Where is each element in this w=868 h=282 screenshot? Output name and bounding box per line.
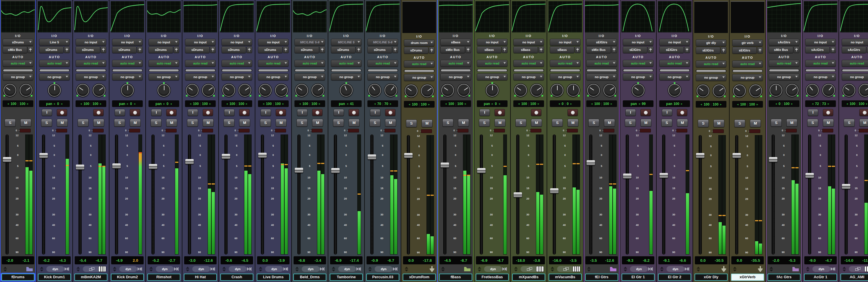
automation-mode-selector[interactable]: auto read [659,60,690,67]
mute-button[interactable]: M [604,119,615,127]
mute-button[interactable]: M [93,119,104,127]
pan-knob[interactable] [239,84,251,97]
pan-knob[interactable] [121,84,134,97]
input-monitor-button[interactable]: I [260,109,271,116]
automation-mode-selector[interactable]: auto read [39,60,70,67]
group-selector[interactable]: no group [39,73,70,80]
track-name[interactable]: fEl Gtrs [585,274,618,281]
pan-knob[interactable] [603,84,616,97]
mute-button[interactable]: M [422,119,433,127]
output-selector[interactable]: sElGtrs [696,47,720,54]
pan-knob[interactable] [551,84,563,97]
solo-button[interactable]: S [187,119,198,127]
volume-fader[interactable] [3,157,11,162]
output-window-button[interactable] [100,46,106,53]
track-name[interactable]: xGtr Dly [694,274,727,281]
group-selector[interactable]: no group [294,73,325,80]
group-selector[interactable]: no group [221,73,252,80]
solo-button[interactable]: S [369,119,380,127]
group-selector[interactable]: no group [586,73,617,80]
group-selector[interactable]: no group [842,73,868,80]
mute-button[interactable]: M [859,119,868,127]
output-window-button[interactable] [611,46,617,53]
solo-button[interactable]: S [442,119,454,127]
clip-indicator[interactable] [676,129,687,133]
group-selector[interactable]: no group [696,74,726,81]
solo-button[interactable]: S [771,119,782,127]
input-selector[interactable]: MIC/LINE 5 [331,39,362,46]
clip-indicator[interactable] [56,129,67,133]
dyn-plugin-badge[interactable]: dyn [484,266,502,272]
input-selector[interactable]: no input [659,39,690,46]
pan-knob[interactable] [421,84,434,97]
midi-keyboard-icon[interactable] [573,266,580,272]
pan-value-display[interactable]: ◄72|73► [805,100,836,107]
solo-button[interactable]: S [5,119,16,127]
pan-value-display[interactable]: pan►0◄ [149,100,179,107]
mute-button[interactable]: M [786,119,797,127]
volume-fader[interactable] [805,173,814,178]
volume-fader[interactable] [112,164,121,168]
pan-value-display[interactable]: ◄100|100► [513,100,544,107]
elastic-audio-icon[interactable] [282,267,288,271]
pan-knob[interactable] [405,84,417,97]
clip-indicator[interactable] [239,129,250,133]
elastic-audio-icon[interactable] [683,267,690,271]
pan-knob[interactable] [530,84,543,97]
elastic-audio-icon[interactable] [318,267,325,271]
record-enable-button[interactable] [385,109,396,116]
input-selector[interactable]: no input [112,39,143,46]
input-selector[interactable]: no input [221,39,252,46]
record-enable-button[interactable] [823,109,833,116]
clip-indicator[interactable] [165,129,177,133]
dyn-plugin-badge[interactable]: dyn [156,266,174,272]
solo-button[interactable]: S [588,119,599,127]
output-selector[interactable]: sDrums [331,46,355,53]
output-selector[interactable]: sMix Bus [586,46,611,53]
track-name[interactable]: El Gtr 2 [658,274,691,281]
track-height-stepper[interactable] [441,267,445,272]
mute-button[interactable]: M [20,119,31,127]
dyn-plugin-badge[interactable]: dyn [192,266,210,272]
pan-value-display[interactable]: pan◄99 [623,100,653,107]
group-selector[interactable]: no group [513,73,544,80]
pan-knob[interactable] [842,84,855,97]
group-selector[interactable]: no group [112,73,143,80]
pan-knob[interactable] [632,84,645,97]
volume-fader[interactable] [659,173,668,178]
output-window-button[interactable] [283,46,289,53]
automation-mode-selector[interactable]: auto read [550,60,581,67]
dyn-plugin-badge[interactable]: dyn [630,266,648,272]
pan-knob[interactable] [368,84,381,97]
automation-mode-selector[interactable]: auto read [112,60,143,67]
output-window-button[interactable] [867,46,868,53]
output-selector[interactable]: sMix Bus [440,46,465,53]
dyn-plugin-badge[interactable]: dyn [338,266,356,272]
elastic-audio-icon[interactable] [647,267,653,271]
automation-mode-selector[interactable]: auto read [623,60,653,67]
pan-knob[interactable] [668,84,681,97]
dyn-plugin-badge[interactable]: dyn [302,266,320,272]
automation-mode-selector[interactable]: auto read [367,60,398,67]
midi-keyboard-icon[interactable] [98,266,106,272]
output-window-button[interactable] [757,47,763,54]
instrument-plugin-badge[interactable] [521,266,538,272]
solo-button[interactable]: S [552,119,563,127]
pan-knob[interactable] [340,84,353,97]
record-enable-button[interactable] [495,109,505,116]
automation-mode-selector[interactable]: auto read [769,60,799,67]
pan-value-display[interactable]: pan►0◄ [39,100,70,107]
track-height-stepper[interactable] [76,267,80,272]
group-selector[interactable]: no group [404,74,435,81]
pan-value-display[interactable]: ◄100|100► [258,100,289,107]
track-height-stepper[interactable] [623,267,627,272]
track-height-stepper[interactable] [113,267,116,272]
track-name[interactable]: xGtrVerb [731,274,764,281]
mute-button[interactable]: M [641,119,651,127]
mute-button[interactable]: M [823,119,834,127]
pan-knob[interactable] [749,84,762,97]
input-selector[interactable]: no input [842,39,868,46]
input-selector[interactable]: no input [185,39,216,46]
solo-button[interactable]: S [515,119,526,127]
pan-value-display[interactable]: ◄100|100► [696,101,726,108]
